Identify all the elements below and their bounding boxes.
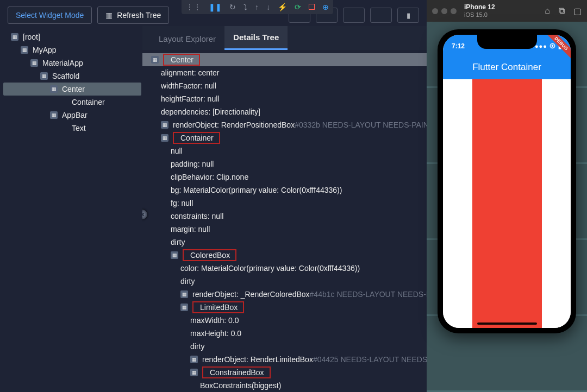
widget-badge-icon: ▦ bbox=[190, 356, 198, 363]
details-tree-item[interactable]: ▦LimitedBox bbox=[142, 301, 427, 314]
widget-tree-item[interactable]: ▦AppBar bbox=[3, 109, 141, 122]
details-tree-label: BoxConstraints(biggest) bbox=[200, 381, 281, 390]
widget-tree-label: [root] bbox=[23, 33, 40, 41]
details-tree-item[interactable]: ▦renderObject: RenderPositionedBox#0332b… bbox=[142, 118, 427, 131]
details-tree-item[interactable]: dirty bbox=[142, 275, 427, 288]
details-tree-item[interactable]: ▦ColoredBox bbox=[142, 249, 427, 262]
widget-tree-item[interactable]: ▦[root] bbox=[3, 30, 141, 43]
details-tree-item[interactable]: bg: MaterialColor(primary value: Color(0… bbox=[142, 184, 427, 197]
device-os: iOS 15.0 bbox=[464, 11, 488, 18]
debug-toolbar: ⋮⋮ ❚❚ ↻ ⤵ ↑ ↓ ⚡ ⟳ ⊕ bbox=[182, 0, 333, 14]
details-tree-label: maxHeight: 0.0 bbox=[190, 329, 241, 338]
step-in-icon[interactable]: ↓ bbox=[266, 3, 270, 11]
widget-tree-label: Center bbox=[62, 85, 85, 93]
tab-layout-explorer[interactable]: Layout Explorer bbox=[150, 28, 224, 50]
details-tree-label: renderObject: _RenderColoredBox bbox=[192, 290, 310, 299]
details-tree-label: fg: null bbox=[171, 199, 193, 207]
details-tree[interactable]: ▦Centeralignment: centerwidthFactor: nul… bbox=[142, 50, 427, 392]
window-controls[interactable] bbox=[432, 8, 457, 14]
refresh-icon: ▥ bbox=[105, 11, 113, 20]
details-tree-item[interactable]: BoxConstraints(biggest) bbox=[142, 379, 427, 392]
details-tree-item[interactable]: margin: null bbox=[142, 223, 427, 236]
select-widget-button[interactable]: Select Widget Mode bbox=[8, 7, 92, 24]
stop-icon[interactable] bbox=[309, 3, 315, 11]
widget-badge-icon: ▦ bbox=[161, 134, 168, 142]
details-tree-item[interactable]: ▦Container bbox=[142, 131, 427, 144]
details-tree-label: dirty bbox=[190, 342, 204, 351]
details-tree-item[interactable]: ▦ConstrainedBox bbox=[142, 366, 427, 379]
details-pane: Layout Explorer Details Tree ▦Centeralig… bbox=[142, 26, 427, 392]
highlighted-widget: ColoredBox bbox=[183, 249, 236, 261]
battery-icon: ▮ bbox=[397, 8, 419, 23]
widget-badge-icon: ▦ bbox=[50, 111, 58, 119]
details-tree-item[interactable]: padding: null bbox=[142, 157, 427, 170]
details-tree-item[interactable]: heightFactor: null bbox=[142, 92, 427, 105]
details-tree-label: constraints: null bbox=[171, 212, 223, 220]
details-tree-item[interactable]: ▦renderObject: _RenderColoredBox#44b1c N… bbox=[142, 288, 427, 301]
details-tree-label: heightFactor: null bbox=[161, 94, 219, 103]
widget-tree-item[interactable]: Container bbox=[3, 96, 141, 109]
drag-grip-icon[interactable]: ⋮⋮ bbox=[186, 3, 201, 11]
zoom-icon[interactable]: ⊕ bbox=[322, 3, 329, 11]
details-tree-item[interactable]: maxHeight: 0.0 bbox=[142, 327, 427, 340]
step-out-icon[interactable]: ↑ bbox=[255, 3, 259, 11]
phone-screen[interactable]: DEBUG 7:12 ●●● ⦿ ▮ Flutter Container bbox=[443, 35, 571, 328]
details-tree-item[interactable]: alignment: center bbox=[142, 66, 427, 79]
device-name: iPhone 12 bbox=[464, 4, 495, 11]
details-tree-label: padding: null bbox=[171, 160, 214, 168]
details-tree-label: maxWidth: 0.0 bbox=[190, 316, 239, 325]
details-tree-item[interactable]: ▦Center bbox=[142, 53, 427, 66]
widget-badge-icon: ▦ bbox=[21, 46, 28, 54]
home-icon[interactable]: ⌂ bbox=[545, 6, 550, 16]
toolbar-slot-4[interactable] bbox=[370, 8, 392, 23]
details-tree-item[interactable]: dirty bbox=[142, 340, 427, 353]
hot-reload-icon[interactable]: ⚡ bbox=[278, 3, 287, 11]
details-tree-item[interactable]: maxWidth: 0.0 bbox=[142, 314, 427, 327]
details-tree-item[interactable]: null bbox=[142, 144, 427, 157]
widget-tree-item[interactable]: Text bbox=[3, 122, 141, 135]
widget-tree-item[interactable]: ▦Scaffold bbox=[3, 69, 141, 83]
highlighted-widget: ConstrainedBox bbox=[202, 366, 271, 378]
details-tree-item[interactable]: constraints: null bbox=[142, 210, 427, 223]
phone-notch bbox=[477, 35, 537, 49]
widget-tree[interactable]: ▦[root]▦MyApp▦MaterialApp▦Scaffold▦Cente… bbox=[0, 26, 142, 392]
details-tree-item[interactable]: dirty bbox=[142, 236, 427, 249]
render-object-hash: #0332b NEEDS-LAYOUT NEEDS-PAINT N bbox=[295, 121, 427, 129]
widget-badge-icon: ▦ bbox=[161, 121, 168, 129]
details-tree-label: widthFactor: null bbox=[161, 81, 216, 90]
widget-badge-icon: ▦ bbox=[40, 72, 48, 80]
widget-tree-item[interactable]: ▦Center bbox=[3, 83, 141, 96]
step-over-icon[interactable]: ⤵ bbox=[243, 3, 247, 11]
widget-tree-label: Scaffold bbox=[52, 72, 79, 80]
refresh-tree-button[interactable]: ▥ Refresh Tree bbox=[97, 7, 169, 24]
toolbar-slot-3[interactable] bbox=[343, 8, 365, 23]
details-tree-label: renderObject: RenderLimitedBox bbox=[202, 355, 313, 364]
pause-icon[interactable]: ❚❚ bbox=[209, 3, 222, 11]
restart-icon[interactable]: ↻ bbox=[229, 3, 236, 11]
details-tree-item[interactable]: dependencies: [Directionality] bbox=[142, 105, 427, 118]
widget-badge-icon: ▦ bbox=[50, 85, 58, 93]
details-tree-label: ColoredBox bbox=[190, 251, 230, 260]
details-tree-label: bg: MaterialColor(primary value: Color(0… bbox=[171, 186, 342, 194]
details-tree-item[interactable]: color: MaterialColor(primary value: Colo… bbox=[142, 262, 427, 275]
tab-details-tree[interactable]: Details Tree bbox=[224, 26, 288, 50]
rotate-icon[interactable]: ▢ bbox=[573, 6, 582, 16]
red-container bbox=[472, 79, 542, 328]
details-tree-item[interactable]: fg: null bbox=[142, 197, 427, 210]
details-tree-item[interactable]: clipBehavior: Clip.none bbox=[142, 170, 427, 184]
details-tree-label: ConstrainedBox bbox=[210, 368, 264, 377]
details-tree-label: dirty bbox=[180, 277, 195, 286]
details-tree-label: margin: null bbox=[171, 225, 210, 233]
screenshot-icon[interactable]: ⧉ bbox=[559, 6, 565, 16]
widget-badge-icon: ▦ bbox=[151, 56, 159, 64]
widget-tree-item[interactable]: ▦MyApp bbox=[3, 43, 141, 56]
widget-badge-icon: ▦ bbox=[180, 304, 188, 311]
details-tree-item[interactable]: ▦renderObject: RenderLimitedBox#04425 NE… bbox=[142, 353, 427, 366]
widget-tree-item[interactable]: ▦MaterialApp bbox=[3, 56, 141, 69]
details-tree-item[interactable]: widthFactor: null bbox=[142, 79, 427, 92]
widget-tree-label: AppBar bbox=[62, 111, 88, 119]
details-tree-label: renderObject: RenderPositionedBox bbox=[173, 121, 295, 129]
app-bar-title: Flutter Container bbox=[472, 62, 541, 73]
details-tree-label: Container bbox=[180, 134, 214, 142]
hot-restart-icon[interactable]: ⟳ bbox=[295, 3, 301, 11]
